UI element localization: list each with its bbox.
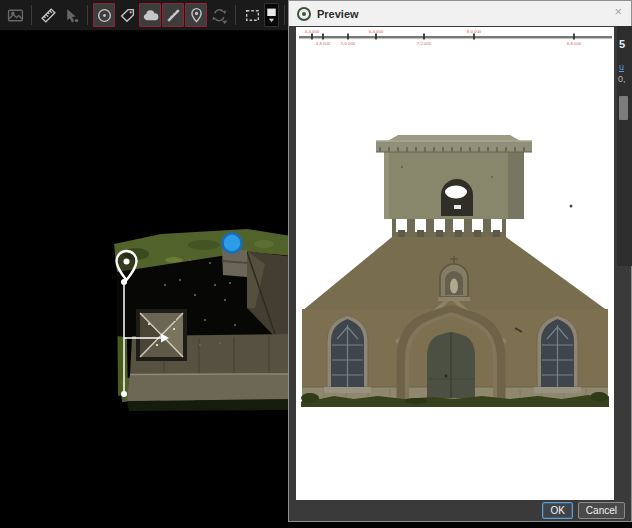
pointcloud-top-view bbox=[104, 224, 294, 420]
pin-icon bbox=[188, 7, 205, 24]
ok-button[interactable]: OK bbox=[542, 502, 572, 519]
dialog-title: Preview bbox=[317, 8, 359, 20]
tag-icon bbox=[119, 7, 136, 24]
side-panel-link[interactable]: u bbox=[617, 62, 624, 72]
blue-dot-marker[interactable] bbox=[223, 234, 242, 253]
toolbar-separator bbox=[87, 5, 88, 25]
measure-ruler-tool-button[interactable] bbox=[37, 3, 59, 27]
ruler-tick-label: 6,4.000 bbox=[369, 29, 384, 34]
dialog-title-bar[interactable]: Preview × bbox=[289, 1, 631, 26]
pin-tool-button[interactable] bbox=[185, 3, 207, 27]
bell-tower bbox=[376, 135, 532, 219]
side-panel-strip: 5 u 0, bbox=[617, 26, 632, 266]
image-icon bbox=[7, 7, 24, 24]
segment-icon bbox=[165, 7, 182, 24]
corbel-row bbox=[392, 218, 506, 237]
target-icon bbox=[96, 7, 113, 24]
right-window bbox=[534, 315, 581, 393]
app-window: Preview × 4,4.0004,8.0005,6.0006,4.0007,… bbox=[0, 0, 632, 528]
cancel-button[interactable]: Cancel bbox=[578, 502, 625, 519]
ruler-tick-label: 8,0.000 bbox=[467, 29, 482, 34]
split-icon bbox=[263, 7, 280, 24]
ruler-tick-label: 7,2.000 bbox=[417, 41, 432, 46]
ruler-tick-label: 8,8.000 bbox=[567, 41, 582, 46]
preview-canvas: 4,4.0004,8.0005,6.0006,4.0007,2.0008,0.0… bbox=[296, 27, 614, 502]
orbit-icon bbox=[211, 7, 228, 24]
church-facade bbox=[301, 135, 609, 407]
scan-artifact-dot bbox=[570, 205, 573, 208]
ruler-tick-label: 4,8.000 bbox=[316, 41, 331, 46]
side-panel-value: 5 bbox=[617, 38, 625, 50]
ruler-icon bbox=[40, 7, 57, 24]
scrollbar-thumb[interactable] bbox=[619, 96, 628, 120]
orthophoto-preview: 4,4.0004,8.0005,6.0006,4.0007,2.0008,0.0… bbox=[296, 27, 614, 502]
left-window bbox=[324, 315, 371, 393]
ruler-tick-label: 5,6.000 bbox=[341, 41, 356, 46]
close-icon[interactable]: × bbox=[614, 4, 622, 19]
display-mode-dropdown[interactable] bbox=[264, 3, 279, 27]
marquee-select-tool-button[interactable] bbox=[241, 3, 263, 27]
toolbar-separator bbox=[284, 5, 285, 25]
target-circle-tool-button[interactable] bbox=[93, 3, 115, 27]
dialog-footer: OK Cancel bbox=[289, 500, 631, 521]
cloud-icon bbox=[142, 7, 159, 24]
toolbar-separator bbox=[235, 5, 236, 25]
marquee-icon bbox=[244, 7, 261, 24]
measure-segment-tool-button[interactable] bbox=[162, 3, 184, 27]
image-tool-button[interactable] bbox=[4, 3, 26, 27]
pick-point-tool-button[interactable] bbox=[60, 3, 82, 27]
tag-tool-button[interactable] bbox=[116, 3, 138, 27]
toolbar-separator bbox=[31, 5, 32, 25]
pick-icon bbox=[63, 7, 80, 24]
point-cloud-tool-button[interactable] bbox=[139, 3, 161, 27]
ruler-tick-label: 4,4.000 bbox=[305, 29, 320, 34]
orbit-tool-button[interactable] bbox=[208, 3, 230, 27]
preview-dialog-icon bbox=[297, 7, 311, 21]
side-panel-value-2: 0, bbox=[617, 74, 626, 84]
scale-ruler: 4,4.0004,8.0005,6.0006,4.0007,2.0008,0.0… bbox=[299, 29, 612, 46]
preview-dialog: Preview × 4,4.0004,8.0005,6.0006,4.0007,… bbox=[288, 0, 632, 522]
